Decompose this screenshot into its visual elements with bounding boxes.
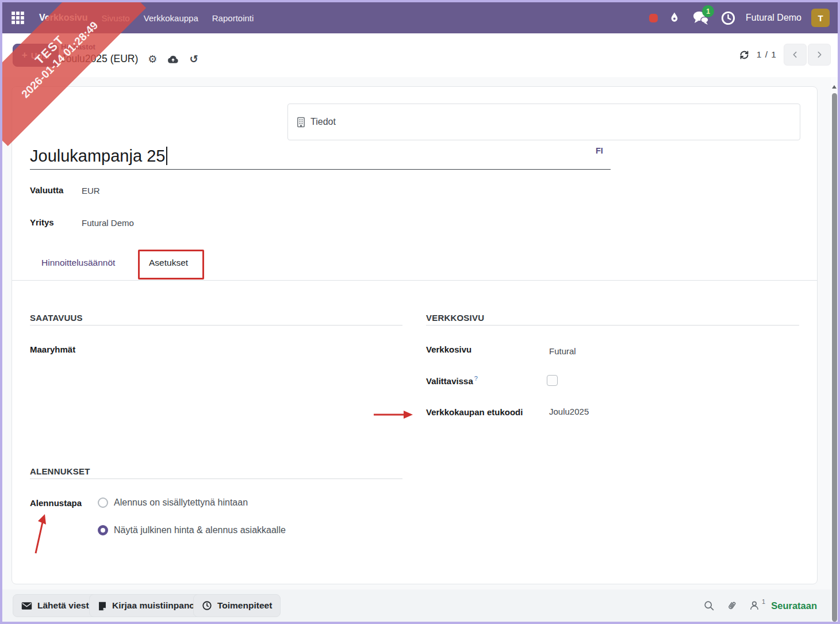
scroll-up-arrow-icon[interactable] xyxy=(832,85,837,89)
radio-label-discount-included[interactable]: Alennus on sisällytettynä hintaan xyxy=(114,497,248,508)
annotation-box-asetukset xyxy=(138,250,204,280)
new-button[interactable]: + Uusi xyxy=(13,44,59,67)
vertical-scrollbar[interactable] xyxy=(831,77,838,622)
translation-badge[interactable]: FI xyxy=(596,146,603,155)
section-divider xyxy=(426,325,799,326)
smart-buttons-box: Tiedot xyxy=(287,104,800,140)
record-title-input[interactable]: Joulukampanja 25 xyxy=(30,147,165,166)
note-icon xyxy=(98,601,107,611)
valittavissa-checkbox[interactable] xyxy=(547,375,558,386)
field-value-etukoodi[interactable]: Joulu2025 xyxy=(549,407,589,416)
title-underline xyxy=(30,169,611,170)
menu-verkkokauppa[interactable]: Verkkokauppa xyxy=(144,13,198,23)
send-message-button[interactable]: Lähetä viesti xyxy=(13,594,100,617)
messages-badge: 1 xyxy=(702,5,714,17)
breadcrumb: Hinnastot Joulu2025 (EUR) ⚙ ↺ xyxy=(61,43,198,65)
search-icon[interactable] xyxy=(703,600,715,612)
followers-icon[interactable]: 1 xyxy=(748,599,761,612)
gear-icon[interactable]: ⚙ xyxy=(148,54,157,64)
breadcrumb-parent-link[interactable]: Hinnastot xyxy=(61,43,198,51)
section-title-verkkosivu: VERKKOSIVU xyxy=(426,313,484,323)
field-label-etukoodi: Verkkokaupan etukoodi xyxy=(426,405,535,420)
plus-icon: + xyxy=(22,49,28,61)
top-navbar: Verkkosivu Sivusto Verkkokauppa Raportoi… xyxy=(2,2,838,33)
cloud-save-icon[interactable] xyxy=(167,54,179,64)
field-value-yritys[interactable]: Futural Demo xyxy=(82,218,134,228)
log-note-button[interactable]: Kirjaa muistiinpano xyxy=(89,594,204,617)
section-divider xyxy=(30,325,402,326)
control-panel: + Uusi Hinnastot Joulu2025 (EUR) ⚙ ↺ xyxy=(2,33,838,77)
refresh-icon[interactable] xyxy=(739,49,750,60)
app-window: Verkkosivu Sivusto Verkkokauppa Raportoi… xyxy=(2,2,838,622)
pager: 1 / 1 xyxy=(739,44,831,66)
following-button[interactable]: Seurataan xyxy=(771,600,817,611)
clock-icon xyxy=(202,600,212,611)
followers-count: 1 xyxy=(762,598,765,605)
pager-next-button[interactable] xyxy=(808,44,831,66)
annotation-arrow-etukoodi xyxy=(370,406,416,423)
field-label-alennustapa: Alennustapa xyxy=(30,498,82,508)
help-question-icon: ? xyxy=(474,375,478,382)
tabs-divider xyxy=(12,280,817,281)
menu-raportointi[interactable]: Raportointi xyxy=(212,13,254,23)
section-divider xyxy=(30,478,402,479)
text-cursor xyxy=(166,147,167,165)
pager-count: 1 / 1 xyxy=(757,49,777,60)
menu-sivusto[interactable]: Sivusto xyxy=(102,13,130,23)
field-label-maaryhmat: Maaryhmät xyxy=(30,344,75,354)
breadcrumb-record-name: Joulu2025 (EUR) xyxy=(61,53,138,65)
tiedot-smart-button[interactable]: Tiedot xyxy=(296,117,336,128)
pager-previous-button[interactable] xyxy=(784,44,807,66)
field-label-valittavissa: Valittavissa? xyxy=(426,375,478,386)
discard-undo-icon[interactable]: ↺ xyxy=(189,54,198,64)
scrollbar-thumb[interactable] xyxy=(832,93,837,622)
apps-grid-icon[interactable] xyxy=(10,10,25,25)
section-title-alennukset: ALENNUKSET xyxy=(30,466,90,476)
user-avatar[interactable]: T xyxy=(811,9,830,27)
app-name[interactable]: Verkkosivu xyxy=(39,13,88,23)
chatter-bar: Lähetä viesti Kirjaa muistiinpano Toimen… xyxy=(2,589,838,622)
field-value-valuutta[interactable]: EUR xyxy=(82,186,100,196)
recording-dot-icon xyxy=(649,14,658,22)
tab-hinnoittelusaannot[interactable]: Hinnoittelusäännöt xyxy=(41,258,115,268)
activities-clock-icon[interactable] xyxy=(720,10,736,26)
envelope-icon xyxy=(21,602,32,610)
annotation-arrow-alennustapa xyxy=(28,510,53,558)
field-label-valuutta: Valuutta xyxy=(30,185,63,195)
building-icon xyxy=(296,117,306,128)
activities-button[interactable]: Toimenpiteet xyxy=(193,594,281,617)
field-value-verkkosivu[interactable]: Futural xyxy=(549,346,576,356)
radio-show-public-price[interactable] xyxy=(98,525,108,535)
field-label-yritys: Yritys xyxy=(30,217,54,227)
droplet-icon[interactable] xyxy=(668,10,681,25)
radio-label-show-public-price[interactable]: Näytä julkinen hinta & alennus asiakkaal… xyxy=(114,525,286,535)
field-label-verkkosivu: Verkkosivu xyxy=(426,344,471,354)
company-name[interactable]: Futural Demo xyxy=(746,13,801,23)
paperclip-icon[interactable] xyxy=(726,600,738,612)
section-title-saatavuus: SAATAVUUS xyxy=(30,313,83,323)
messages-icon[interactable]: 1 xyxy=(691,9,711,26)
radio-discount-included[interactable] xyxy=(98,497,108,508)
